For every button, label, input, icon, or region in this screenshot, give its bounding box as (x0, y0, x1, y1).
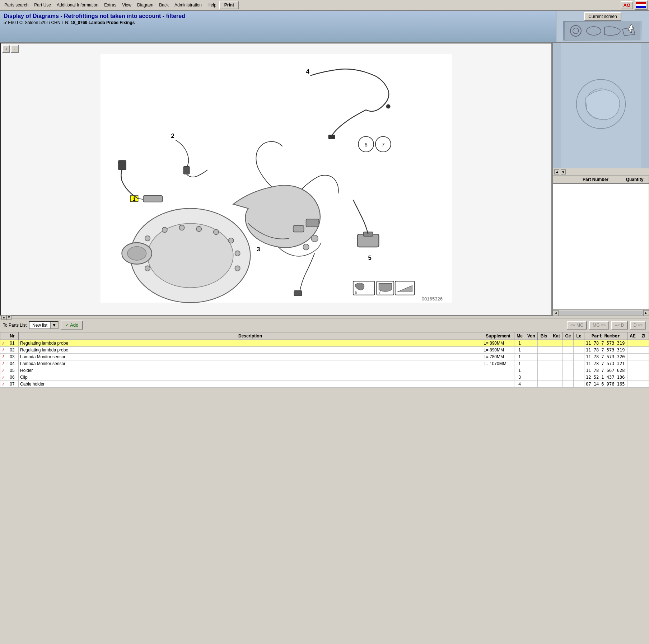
menu-diagram[interactable]: Diagram (134, 1, 156, 9)
parts-table: Nr Description Supplement Me Von Bis Kat… (0, 332, 649, 388)
main-diagram-area: + - 4 6 7 2 (0, 43, 649, 316)
cell-desc: Lambda Monitor sensor (19, 360, 482, 367)
cell-ge (563, 374, 574, 381)
nav-prev-mg-button[interactable]: «« MG (567, 321, 587, 330)
scroll-up-left[interactable]: ◄ (554, 169, 559, 174)
cell-kat (550, 354, 563, 360)
subtitle-part: 18_0769 Lambda Probe Fixings (71, 20, 135, 25)
new-list-dropdown[interactable]: ▼ (50, 322, 58, 328)
menu-view[interactable]: View (119, 1, 134, 9)
svg-text:1: 1 (133, 196, 135, 202)
cell-me: 3 (514, 374, 525, 381)
info-icon: i (0, 347, 6, 354)
svg-point-26 (235, 266, 240, 271)
toolbar-right: AÖ (621, 0, 648, 10)
nav-prev-d-button[interactable]: «« D (611, 321, 627, 330)
col-header-le: Le (574, 332, 584, 340)
cell-desc: Clip (19, 374, 482, 381)
cell-le (574, 340, 584, 347)
zoom-in-button[interactable]: + (2, 45, 10, 53)
svg-rect-49 (294, 291, 302, 296)
add-button[interactable]: ✓ Add (61, 321, 83, 330)
cell-kat (550, 360, 563, 367)
new-list-control: New list ▼ (29, 321, 59, 329)
table-row[interactable]: i04Lambda Monitor sensorL= 1070MM111 78 … (0, 360, 649, 367)
table-row[interactable]: i06Clip312 52 1 437 136 (0, 374, 649, 381)
cell-nr: 05 (6, 367, 19, 374)
cell-desc: Lambda Monitor sensor (19, 354, 482, 360)
cell-part: 11 78 7 573 320 (584, 354, 627, 360)
col-header-supplement: Supplement (482, 332, 514, 340)
svg-point-48 (303, 244, 309, 250)
cell-suppl: L= 780MM (482, 354, 514, 360)
cell-le (574, 360, 584, 367)
header-right: Current screen (556, 11, 649, 42)
to-parts-list-label: To Parts List (3, 323, 27, 328)
col-quantity-header: Quantity (622, 177, 647, 182)
cell-kat (550, 367, 563, 374)
svg-text:6: 6 (364, 141, 368, 148)
zoom-out-button[interactable]: - (11, 45, 19, 53)
menu-parts-search[interactable]: Parts search (1, 1, 31, 9)
cell-suppl: L= 890MM (482, 340, 514, 347)
cell-zi (638, 381, 649, 388)
menu-administration[interactable]: Administration (172, 1, 205, 9)
zoom-controls: + - (2, 45, 19, 53)
cell-bis (538, 374, 550, 381)
table-row[interactable]: i01Regulating lambda probeL= 890MM111 78… (0, 340, 649, 347)
cell-nr: 03 (6, 354, 19, 360)
table-row[interactable]: i05Holder111 78 7 567 628 (0, 367, 649, 374)
cell-part: 11 78 7 573 319 (584, 340, 627, 347)
cell-desc: Cable holder (19, 381, 482, 388)
menu-bar: Parts search Part Use Additional Informa… (0, 0, 649, 11)
menu-additional-info[interactable]: Additional Information (54, 1, 101, 9)
svg-rect-33 (118, 160, 126, 170)
cell-le (574, 347, 584, 354)
cell-part: 11 78 7 567 628 (584, 367, 627, 374)
svg-point-19 (162, 227, 167, 232)
current-screen-button[interactable]: Current screen (584, 12, 621, 21)
cell-ae (627, 340, 638, 347)
scroll-down-right[interactable]: ▼ (561, 169, 566, 174)
svg-rect-10 (328, 135, 335, 139)
table-row[interactable]: i07Cable holder407 14 6 976 165 (0, 381, 649, 388)
menu-part-use[interactable]: Part Use (31, 1, 54, 9)
scroll-left-arrow[interactable]: ◄ (553, 310, 559, 316)
col-empty (555, 177, 569, 182)
bottom-separator: ▲ ▼ (0, 316, 649, 318)
cell-nr: 04 (6, 360, 19, 367)
cell-ge (563, 340, 574, 347)
info-icon: i (0, 354, 6, 360)
ao-button[interactable]: AÖ (621, 1, 634, 9)
col-header-info (0, 332, 6, 340)
header-image (563, 21, 642, 41)
menu-help[interactable]: Help (205, 1, 219, 9)
cell-bis (538, 360, 550, 367)
header-area: Display of Diagrams - Retrofittings not … (0, 11, 649, 43)
cell-ae (627, 374, 638, 381)
svg-rect-32 (143, 196, 163, 202)
cell-bis (538, 354, 550, 360)
nav-next-mg-button[interactable]: MG »» (589, 321, 609, 330)
cell-me: 4 (514, 381, 525, 388)
new-list-value: New list (29, 322, 50, 328)
table-row[interactable]: i02Regulating lambda probeL= 890MM111 78… (0, 347, 649, 354)
nav-next-d-button[interactable]: D »» (630, 321, 646, 330)
svg-point-17 (148, 223, 233, 288)
cell-ae (627, 367, 638, 374)
header-subtitle: 5' E60 LCI Saloon 520Li CHN L N: 18_0769… (4, 20, 552, 25)
svg-point-18 (145, 236, 150, 241)
flag-button[interactable] (635, 0, 648, 10)
menu-extras[interactable]: Extras (101, 1, 119, 9)
table-row[interactable]: i03Lambda Monitor sensorL= 780MM111 78 7… (0, 354, 649, 360)
cell-suppl (482, 367, 514, 374)
menu-back[interactable]: Back (156, 1, 172, 9)
print-button[interactable]: Print (219, 1, 239, 9)
scroll-right-arrow[interactable]: ► (643, 310, 649, 316)
col-header-von: Von (525, 332, 538, 340)
svg-rect-46 (293, 225, 304, 232)
cell-ae (627, 381, 638, 388)
hscroll-track[interactable] (559, 311, 643, 315)
cell-ae (627, 347, 638, 354)
cell-suppl: L= 890MM (482, 347, 514, 354)
